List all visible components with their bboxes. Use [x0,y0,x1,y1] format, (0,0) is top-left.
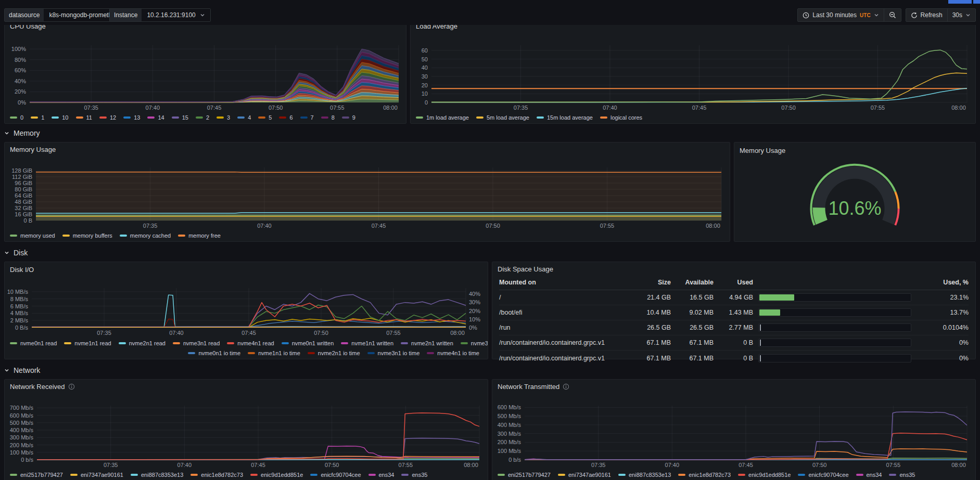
legend-swatch [618,474,626,476]
legend-item[interactable]: 12 [99,114,116,121]
legend-item[interactable]: 15m load average [537,114,593,121]
refresh-interval-select[interactable]: 30s [948,9,975,21]
legend-item[interactable]: 3 [217,114,230,121]
legend-item[interactable]: eni2517b779427 [10,472,63,478]
cell-available: 16.5 GB [676,294,714,301]
legend-label: eni887c8353e13 [629,472,671,478]
svg-text:07:35: 07:35 [84,105,98,111]
time-range-picker[interactable]: Last 30 minutes UTC [798,9,884,21]
legend-item[interactable]: 10 [52,114,68,121]
col-header-available[interactable]: Available [676,279,714,286]
legend-item[interactable]: 2 [196,114,209,121]
legend-item[interactable]: nvme3n1 written [461,340,488,346]
legend-item[interactable]: 15 [172,114,188,121]
legend-item[interactable]: enicfc90704cee [798,472,848,478]
legend-item[interactable]: eni7347ae90161 [558,472,611,478]
legend-item[interactable]: nvme4n1 read [227,340,274,346]
legend-item[interactable]: nvme4n1 io time [427,350,479,356]
legend-item[interactable]: 7 [300,114,314,121]
panel-title-disk-io[interactable]: Disk I/O [5,262,488,274]
panel-title-memory-gauge[interactable]: Memory Usage [734,142,975,155]
zoom-out-button[interactable] [884,9,901,21]
legend-item[interactable]: eni887c8353e13 [618,472,671,478]
legend-item[interactable]: 5m load average [476,114,529,121]
legend-item[interactable]: nvme1n1 written [341,340,393,346]
memory-gauge[interactable]: 10.6% [734,155,975,241]
legend-label: nvme3n1 written [471,340,488,346]
clipped-blue-button-2[interactable] [973,0,980,4]
legend-item[interactable]: 11 [76,114,92,121]
legend-item[interactable]: 0 [10,114,23,121]
col-header-size[interactable]: Size [634,279,671,286]
load-average-chart[interactable]: 010203040506007:3507:4007:4507:5007:5508… [413,32,973,114]
legend-label: 4 [248,114,251,121]
legend-item[interactable]: nvme0n1 written [282,340,334,346]
section-disk[interactable]: Disk [4,247,28,259]
legend-item[interactable]: 6 [279,114,292,121]
legend-item[interactable]: enic9d1edd851e [738,472,791,478]
legend-item[interactable]: nvme0n1 read [10,340,57,346]
legend-item[interactable]: enicfc90704cee [310,472,361,478]
legend-item[interactable]: ens35 [889,472,915,478]
legend-item[interactable]: 9 [342,114,355,121]
legend-item[interactable]: memory buffers [62,232,112,239]
legend-item[interactable]: memory cached [120,232,171,239]
svg-text:80%: 80% [15,56,26,62]
legend-item[interactable]: 8 [321,114,335,121]
col-header-used[interactable]: Used [719,279,753,286]
panel-title-network-received[interactable]: Network Received [5,380,488,391]
panel-title-memory-graph[interactable]: Memory Usage [5,142,730,154]
legend-item[interactable]: eni7347ae90161 [70,472,123,478]
legend-item[interactable]: nvme1n1 io time [248,350,300,356]
legend-item[interactable]: nvme2n1 io time [308,350,360,356]
col-header-mounted-on[interactable]: Mounted on [499,279,629,286]
legend-item[interactable]: 5 [258,114,272,121]
legend-item[interactable]: ens34 [856,472,882,478]
legend-item[interactable]: nvme1n1 read [64,340,111,346]
panel-title-network-transmitted[interactable]: Network Transmitted [492,380,975,391]
section-network[interactable]: Network [4,364,40,377]
legend-swatch [52,116,59,119]
legend-item[interactable]: 1 [31,114,44,121]
legend-item[interactable]: 13 [123,114,140,121]
cell-available: 67.1 MB [676,339,714,346]
col-header-used-pct[interactable]: Used, % [917,279,969,286]
legend-item[interactable]: ens35 [401,472,427,478]
zoom-out-icon [889,11,896,19]
legend-label: enicfc90704cee [808,472,848,478]
panel-memory-usage-gauge: Memory Usage 10.6% [734,142,976,242]
network-received-chart[interactable]: 0 b/s100 Mb/s200 Mb/s300 Mb/s400 Mb/s500… [7,392,486,471]
legend-item[interactable]: enic1e8d782c73 [190,472,243,478]
legend-label: nvme2n1 read [129,340,166,346]
refresh-icon [911,12,918,19]
network-transmitted-chart[interactable]: 0 b/s100 Mb/s200 Mb/s300 Mb/s400 Mb/s500… [494,392,973,471]
legend-item[interactable]: nvme2n1 read [119,340,166,346]
refresh-button[interactable]: Refresh [906,9,948,21]
legend-item[interactable]: enic1e8d782c73 [678,472,731,478]
variable-instance-select[interactable]: 10.2.16.231:9100 [142,9,210,21]
legend-item[interactable]: memory used [10,232,55,239]
cell-used-pct: 0.0104% [917,324,969,331]
legend-item[interactable]: 1m load average [416,114,469,121]
cpu-usage-chart[interactable]: 0%20%40%60%80%100%07:3507:4007:4507:5007… [7,32,404,114]
legend-item[interactable]: eni2517b779427 [498,472,551,478]
legend-swatch [227,342,234,344]
legend-item[interactable]: 4 [237,114,251,121]
memory-usage-chart[interactable]: 0 B16 GiB32 GiB48 GiB64 GiB80 GiB96 GiB1… [7,155,728,232]
legend-item[interactable]: logical cores [600,114,642,121]
legend-item[interactable]: 14 [147,114,164,121]
disk-io-chart[interactable]: 0 B/s2 MB/s4 MB/s6 MB/s8 MB/s10 MB/s0%10… [7,275,486,339]
section-memory[interactable]: Memory [4,127,40,139]
legend-swatch [237,116,245,119]
legend-item[interactable]: enic9d1edd851e [250,472,303,478]
legend-item[interactable]: nvme0n1 io time [188,350,240,356]
panel-title-disk-space[interactable]: Disk Space Usage [492,262,975,273]
legend-item[interactable]: memory free [178,232,221,239]
legend-item[interactable]: nvme2n1 written [401,340,453,346]
legend-item[interactable]: nvme3n1 read [173,340,220,346]
legend-item[interactable]: eni887c8353e13 [131,472,183,478]
clipped-blue-button[interactable] [948,0,972,4]
legend-item[interactable]: nvme3n1 io time [367,350,420,356]
legend-item[interactable]: ens34 [368,472,394,478]
cell-used: 1.43 MB [719,309,753,316]
